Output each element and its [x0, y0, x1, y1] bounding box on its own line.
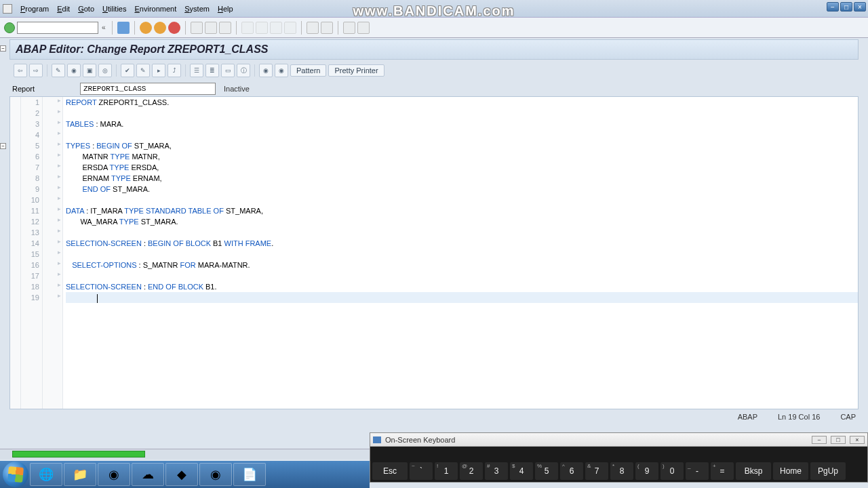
- code-editor[interactable]: 12345678910111213141516171819 ▸▸▸▸▸−▸▸▸▸…: [9, 96, 859, 409]
- code-line[interactable]: [66, 249, 858, 260]
- code-line[interactable]: DATA : IT_MARA TYPE STANDARD TABLE OF ST…: [66, 205, 858, 216]
- code-line[interactable]: REPORT ZREPORT1_CLASS.: [66, 97, 858, 108]
- menu-environment[interactable]: Environment: [130, 3, 180, 14]
- menu-system[interactable]: System: [180, 3, 214, 14]
- help-on-icon[interactable]: ⓘ: [237, 64, 250, 77]
- cancel-icon[interactable]: [168, 22, 180, 34]
- breakpoint-icon[interactable]: ◉: [259, 64, 273, 77]
- code-line[interactable]: END OF ST_MARA.: [66, 184, 858, 195]
- report-name-input[interactable]: [80, 83, 216, 95]
- fold-toggle-icon[interactable]: −: [0, 45, 6, 52]
- osk-maximize-button[interactable]: □: [831, 436, 846, 444]
- menu-utilities[interactable]: Utilities: [98, 3, 130, 14]
- osk-key-home[interactable]: Home: [773, 462, 808, 480]
- nav-stack-icon[interactable]: ≣: [205, 64, 219, 77]
- last-page-icon: [284, 22, 296, 34]
- breakpoint-del-icon[interactable]: ◉: [275, 64, 288, 77]
- report-label: Report: [9, 85, 77, 93]
- other-object-icon[interactable]: ▣: [83, 64, 96, 77]
- code-line[interactable]: SELECT-OPTIONS : S_MATNR FOR MARA-MATNR.: [66, 260, 858, 270]
- osk-key-4[interactable]: $4: [510, 462, 533, 480]
- osk-key-0[interactable]: )0: [660, 462, 684, 480]
- test-icon[interactable]: ▸: [152, 64, 165, 77]
- check-icon[interactable]: ✔: [121, 64, 134, 77]
- osk-key-7[interactable]: &7: [585, 462, 608, 480]
- fold-toggle-icon[interactable]: −: [0, 143, 6, 149]
- status-caps: CAP: [840, 413, 856, 421]
- taskbar-app-icon[interactable]: ◆: [165, 463, 198, 486]
- osk-close-button[interactable]: ×: [850, 436, 865, 444]
- osk-title: On-Screen Keyboard: [385, 436, 455, 444]
- code-line[interactable]: [66, 108, 858, 119]
- osk-key-9[interactable]: (9: [635, 462, 658, 480]
- pattern-button[interactable]: Pattern: [290, 64, 326, 77]
- window-controls: − □ ×: [827, 2, 866, 12]
- app-toolbar: ⇦ ⇨ ✎ ◉ ▣ ◎ ✔ ✎ ▸ ⤴ ☰ ≣ ▭ ⓘ ◉ ◉ Pattern …: [9, 61, 859, 80]
- osk-key-6[interactable]: ^6: [560, 462, 583, 480]
- osk-key--[interactable]: _-: [686, 462, 709, 480]
- osk-titlebar[interactable]: On-Screen Keyboard − □ ×: [370, 433, 867, 447]
- ok-icon[interactable]: [4, 22, 15, 33]
- osk-minimize-button[interactable]: −: [812, 436, 827, 444]
- code-line[interactable]: [66, 227, 858, 238]
- menu-program[interactable]: Program: [16, 3, 53, 14]
- menu-help[interactable]: Help: [214, 3, 237, 14]
- find-next-icon[interactable]: [219, 22, 231, 34]
- osk-key-esc[interactable]: Esc: [372, 462, 408, 480]
- collapse-icon[interactable]: «: [102, 24, 106, 31]
- layout-icon[interactable]: [357, 22, 370, 34]
- taskbar-ie-icon[interactable]: 🌐: [30, 463, 62, 486]
- taskbar-skype-icon[interactable]: ☁: [132, 463, 164, 486]
- code-line[interactable]: ERNAM TYPE ERNAM,: [66, 173, 858, 184]
- code-line[interactable]: [66, 270, 858, 281]
- new-session-icon[interactable]: [307, 22, 319, 34]
- taskbar-bandicam-icon[interactable]: ◉: [199, 463, 232, 486]
- back-icon[interactable]: [140, 22, 152, 34]
- nav-back-icon[interactable]: ⇦: [14, 64, 27, 77]
- maximize-button[interactable]: □: [840, 2, 852, 12]
- close-button[interactable]: ×: [854, 2, 866, 12]
- exit-icon[interactable]: [154, 22, 166, 34]
- shortcut-icon[interactable]: [321, 22, 333, 34]
- osk-key-5[interactable]: %5: [535, 462, 558, 480]
- code-line[interactable]: [66, 195, 858, 205]
- help-icon[interactable]: [343, 22, 355, 34]
- code-line[interactable]: SELECTION-SCREEN : BEGIN OF BLOCK B1 WIT…: [66, 238, 858, 249]
- menu-goto[interactable]: Goto: [74, 3, 98, 14]
- code-line[interactable]: [66, 292, 858, 303]
- osk-key-2[interactable]: @2: [460, 462, 483, 480]
- find-icon[interactable]: [205, 22, 217, 34]
- display-change-icon[interactable]: ✎: [52, 64, 65, 77]
- osk-key-8[interactable]: *8: [610, 462, 633, 480]
- activate-icon[interactable]: ✎: [136, 64, 150, 77]
- taskbar-wordpad-icon[interactable]: 📄: [233, 463, 266, 486]
- code-line[interactable]: ERSDA TYPE ERSDA,: [66, 162, 858, 173]
- fullscreen-icon[interactable]: ▭: [221, 64, 235, 77]
- code-line[interactable]: [66, 129, 858, 140]
- enhance-icon[interactable]: ◎: [98, 64, 112, 77]
- start-button[interactable]: [3, 462, 28, 487]
- code-line[interactable]: MATNR TYPE MATNR,: [66, 151, 858, 162]
- transaction-code-input[interactable]: [17, 22, 98, 34]
- code-line[interactable]: TABLES : MARA.: [66, 119, 858, 129]
- active-inactive-icon[interactable]: ◉: [67, 64, 81, 77]
- osk-key-bksp[interactable]: Bksp: [736, 462, 771, 480]
- object-list-icon[interactable]: ☰: [190, 64, 203, 77]
- minimize-button[interactable]: −: [827, 2, 839, 12]
- menu-edit[interactable]: Edit: [53, 3, 74, 14]
- save-icon[interactable]: [117, 22, 130, 34]
- osk-key-`[interactable]: ~`: [410, 462, 433, 480]
- code-line[interactable]: SELECTION-SCREEN : END OF BLOCK B1.: [66, 281, 858, 292]
- osk-key-=[interactable]: +=: [711, 462, 734, 480]
- taskbar-chrome-icon[interactable]: ◉: [98, 463, 130, 486]
- print-icon[interactable]: [191, 22, 203, 34]
- osk-key-3[interactable]: #3: [485, 462, 508, 480]
- osk-key-1[interactable]: !1: [435, 462, 458, 480]
- where-used-icon[interactable]: ⤴: [167, 64, 181, 77]
- osk-key-pgup[interactable]: PgUp: [810, 462, 846, 480]
- nav-fwd-icon[interactable]: ⇨: [29, 64, 43, 77]
- pretty-printer-button[interactable]: Pretty Printer: [328, 64, 384, 77]
- taskbar-explorer-icon[interactable]: 📁: [64, 463, 96, 486]
- code-line[interactable]: WA_MARA TYPE ST_MARA.: [66, 216, 858, 227]
- code-line[interactable]: TYPES : BEGIN OF ST_MARA,: [66, 140, 858, 151]
